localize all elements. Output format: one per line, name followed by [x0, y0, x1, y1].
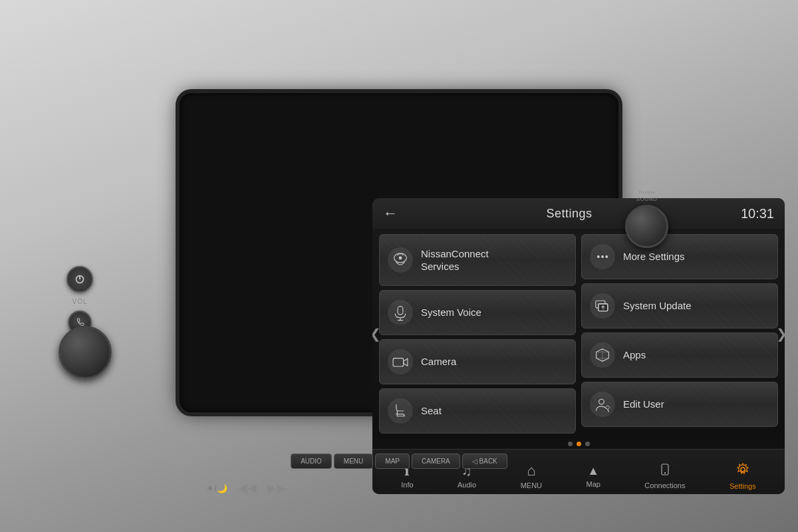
- menu-label: MENU: [521, 481, 542, 489]
- page-dot-2: [577, 442, 581, 446]
- hw-btn-audio[interactable]: AUDIO: [291, 454, 332, 469]
- menu-item-system-update[interactable]: System Update: [581, 283, 778, 329]
- svg-marker-6: [404, 358, 408, 366]
- settings-icon: [735, 462, 750, 480]
- nav-arrow-left[interactable]: ❮: [372, 326, 381, 342]
- settings-label: Settings: [730, 482, 756, 490]
- infotainment-screen: ← Settings 10:31 ❮ ❯: [372, 198, 785, 494]
- menu-item-edit-user[interactable]: Edit User: [581, 382, 778, 427]
- connections-icon: [658, 463, 672, 479]
- back-button[interactable]: ←: [383, 205, 398, 222]
- connections-label: Connections: [644, 481, 685, 489]
- nav-item-settings[interactable]: Settings: [723, 458, 763, 494]
- vol-label: VOL: [72, 298, 87, 305]
- right-menu-column: More Settings: [581, 234, 778, 434]
- nissan-connect-label: NissanConnectServices: [421, 247, 489, 273]
- apps-label: Apps: [623, 348, 646, 362]
- volume-knob[interactable]: [59, 326, 112, 379]
- hw-btn-back[interactable]: ◁ BACK: [462, 454, 507, 469]
- page-dot-1: [568, 442, 573, 446]
- svg-rect-5: [393, 358, 404, 366]
- right-knob[interactable]: [625, 205, 668, 248]
- page-dot-3: [585, 442, 590, 446]
- info-label: Info: [401, 481, 413, 489]
- svg-point-8: [601, 255, 604, 258]
- svg-point-14: [599, 399, 604, 404]
- map-label: Map: [586, 480, 600, 488]
- svg-point-1: [399, 257, 402, 260]
- svg-rect-2: [398, 307, 403, 315]
- seat-label: Seat: [421, 404, 442, 418]
- system-voice-icon: [388, 300, 413, 325]
- menu-item-nissan-connect[interactable]: NissanConnectServices: [379, 234, 576, 286]
- camera-icon: [388, 349, 413, 374]
- system-voice-label: System Voice: [421, 306, 481, 319]
- more-settings-label: More Settings: [623, 250, 685, 263]
- nissan-connect-icon: [388, 247, 413, 273]
- menu-item-more-settings[interactable]: More Settings: [581, 234, 778, 279]
- hw-btn-menu[interactable]: MENU: [334, 454, 373, 469]
- system-update-icon: [590, 293, 615, 319]
- svg-line-15: [608, 410, 609, 412]
- next-track-button[interactable]: ▶▶: [267, 481, 286, 495]
- menu-item-camera[interactable]: Camera: [379, 339, 576, 384]
- menu-item-apps[interactable]: Apps: [581, 332, 778, 378]
- power-button[interactable]: [66, 266, 93, 293]
- push-sound-label: PUSHSOUND: [636, 190, 657, 202]
- clock-display: 10:31: [741, 206, 774, 221]
- dashboard-background: ← Settings 10:31 ❮ ❯: [0, 0, 798, 532]
- screen-title: Settings: [546, 207, 592, 221]
- top-bar: ← Settings 10:31: [372, 198, 785, 229]
- hardware-buttons-row: AUDIO MENU MAP CAMERA ◁ BACK: [193, 454, 605, 469]
- menu-item-seat[interactable]: Seat: [379, 388, 576, 434]
- apps-icon: [590, 342, 615, 368]
- media-controls-group: ☀/🌙 ◀◀ ▶▶: [206, 481, 286, 495]
- menu-item-system-voice[interactable]: System Voice: [379, 290, 576, 335]
- svg-point-7: [597, 255, 600, 258]
- more-settings-icon: [590, 244, 615, 269]
- nav-item-connections[interactable]: Connections: [638, 459, 692, 493]
- menu-content-area: ❮ ❯ NissanConn: [372, 229, 785, 439]
- svg-point-19: [741, 467, 745, 471]
- right-controls-group: PUSHSOUND: [625, 190, 668, 248]
- screen-bezel: ← Settings 10:31 ❮ ❯: [180, 93, 618, 412]
- edit-user-icon: [590, 392, 615, 417]
- system-update-label: System Update: [623, 299, 692, 313]
- camera-label: Camera: [421, 355, 456, 368]
- seat-icon: [388, 398, 413, 424]
- svg-point-9: [605, 255, 608, 258]
- svg-point-18: [664, 472, 666, 473]
- brightness-toggle[interactable]: ☀/🌙: [206, 483, 227, 493]
- audio-label: Audio: [458, 481, 476, 489]
- page-indicator: [372, 439, 785, 449]
- nav-arrow-right[interactable]: ❯: [776, 326, 785, 342]
- hw-btn-camera[interactable]: CAMERA: [412, 454, 460, 469]
- edit-user-label: Edit User: [623, 398, 664, 411]
- prev-track-button[interactable]: ◀◀: [238, 481, 257, 495]
- hw-btn-map[interactable]: MAP: [375, 454, 410, 469]
- left-menu-column: NissanConnectServices System V: [379, 234, 576, 434]
